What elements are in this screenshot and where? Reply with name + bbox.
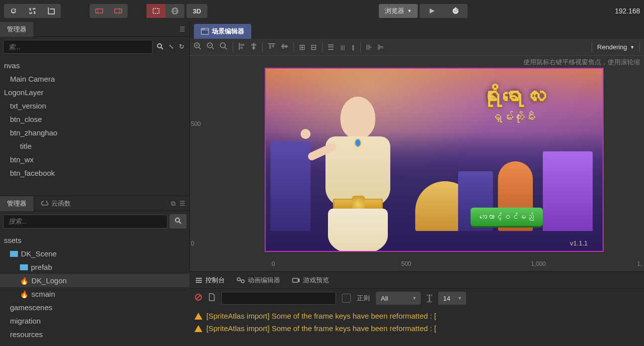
distribute-icon-1[interactable]: ☰ xyxy=(327,43,334,52)
collapse-icon[interactable]: ⤡ xyxy=(168,43,174,51)
assets-search-input[interactable] xyxy=(3,215,167,229)
distribute-icon-3[interactable]: ⫿ xyxy=(351,43,355,51)
browser-dropdown[interactable]: 浏览器▼ xyxy=(379,4,418,18)
zoom-in-icon[interactable] xyxy=(194,42,202,52)
hierarchy-tab[interactable]: 管理器 xyxy=(0,22,33,37)
hierarchy-item[interactable]: title xyxy=(0,139,189,153)
tool-b-button[interactable] xyxy=(109,4,128,18)
distribute-icon-2[interactable]: ⫼ xyxy=(339,43,346,51)
svg-rect-35 xyxy=(282,44,284,49)
crop-button[interactable] xyxy=(42,4,61,18)
asset-item[interactable]: gamescenes xyxy=(0,301,189,314)
regex-checkbox[interactable] xyxy=(342,294,351,303)
scene-editor-tab[interactable]: 场景编辑器 xyxy=(194,24,251,39)
menu-icon[interactable]: ☰ xyxy=(179,200,185,208)
zoom-fit-icon[interactable] xyxy=(220,42,228,52)
expand-button[interactable] xyxy=(23,4,42,18)
svg-rect-29 xyxy=(251,44,256,46)
svg-rect-33 xyxy=(272,45,274,47)
popout-icon[interactable]: ⧉ xyxy=(171,200,175,208)
game-canvas: ရိုးရာလေး ရှမ်းကိုးမီး အကောင့်ဝင်မည် v1.… xyxy=(265,68,604,252)
warning-icon xyxy=(194,325,202,332)
align-icon-3[interactable] xyxy=(268,43,276,51)
asset-item[interactable]: migration xyxy=(0,314,189,328)
svg-point-23 xyxy=(220,43,225,48)
folder-icon xyxy=(20,264,28,270)
assets-panel: 管理器 云函数 ⧉ ☰ ssetsDK_Sceneprefab🔥DK_Logon… xyxy=(0,196,189,346)
search-icon[interactable] xyxy=(157,43,163,51)
reload-button[interactable] xyxy=(444,4,468,18)
svg-rect-36 xyxy=(285,45,287,48)
svg-line-17 xyxy=(199,47,201,49)
distribute-icon-5[interactable]: ⊫ xyxy=(377,43,384,52)
hierarchy-tree: nvasMain CameraLogonLayertxt_versionbtn_… xyxy=(0,57,189,196)
play-button[interactable] xyxy=(420,4,444,18)
asset-item[interactable]: 🔥scmain xyxy=(0,287,189,301)
svg-rect-2 xyxy=(115,9,122,13)
align-icon-6[interactable]: ⊟ xyxy=(311,43,317,52)
asset-item[interactable]: resources xyxy=(0,328,189,341)
console-panel: 控制台 动画编辑器 游戏预览 正则 All T 14 xyxy=(189,271,644,346)
rendering-dropdown[interactable]: Rendering▼ xyxy=(597,43,635,51)
svg-line-21 xyxy=(212,47,214,49)
hierarchy-item[interactable]: btn_zhanghao xyxy=(0,126,189,139)
warning-icon xyxy=(194,313,202,320)
svg-rect-43 xyxy=(293,278,298,282)
fire-icon: 🔥 xyxy=(20,290,28,298)
hierarchy-item[interactable]: nvas xyxy=(0,59,189,72)
console-tab[interactable]: 控制台 xyxy=(193,276,227,285)
menu-icon[interactable]: ☰ xyxy=(179,25,185,33)
hierarchy-item[interactable]: LogonLayer xyxy=(0,86,189,99)
3d-toggle-button[interactable]: 3D xyxy=(186,4,207,18)
hierarchy-item[interactable]: btn_facebook xyxy=(0,166,189,180)
asset-item[interactable]: prefab xyxy=(0,260,189,274)
svg-rect-13 xyxy=(201,28,208,30)
login-button[interactable]: အကောင့်ဝင်မည် xyxy=(471,208,543,226)
distribute-icon-4[interactable]: ⊪ xyxy=(366,43,372,52)
svg-line-11 xyxy=(179,222,181,224)
log-level-select[interactable]: All xyxy=(376,292,421,305)
ruler-horizontal: 0 500 1,000 1, xyxy=(202,256,644,271)
refresh-list-icon[interactable]: ↻ xyxy=(179,43,184,51)
clear-console-button[interactable] xyxy=(194,293,202,303)
asset-item[interactable]: 🔥DK_Logon xyxy=(0,274,189,287)
hierarchy-item[interactable]: txt_version xyxy=(0,99,189,113)
assets-tab[interactable]: 管理器 xyxy=(0,196,33,211)
game-preview-tab[interactable]: 游戏预览 xyxy=(290,276,331,285)
log-line: [SpriteAtlas import] Some of the frame k… xyxy=(194,310,639,322)
globe-tool-button[interactable] xyxy=(165,4,184,18)
ruler-vertical: 500 0 xyxy=(190,56,202,256)
hierarchy-search-input[interactable] xyxy=(3,40,153,54)
refresh-button[interactable] xyxy=(4,4,23,18)
assets-tree: ssetsDK_Sceneprefab🔥DK_Logon🔥scmaingames… xyxy=(0,231,189,346)
align-icon-1[interactable] xyxy=(238,42,245,52)
hierarchy-item[interactable]: btn_wx xyxy=(0,153,189,166)
asset-item[interactable]: DK_Scene xyxy=(0,247,189,260)
folder-icon xyxy=(10,251,18,257)
svg-line-9 xyxy=(161,47,163,49)
zoom-out-icon[interactable] xyxy=(207,42,215,52)
main-toolbar: 3D 浏览器▼ 192.168 xyxy=(0,0,644,22)
hierarchy-item[interactable]: Main Camera xyxy=(0,72,189,86)
console-filter-input[interactable] xyxy=(221,292,336,305)
asset-item[interactable]: ssets xyxy=(0,233,189,247)
rect-tool-button[interactable] xyxy=(147,4,165,18)
fire-icon: 🔥 xyxy=(20,277,28,285)
hierarchy-item[interactable]: btn_close xyxy=(0,113,189,126)
svg-rect-26 xyxy=(240,44,244,46)
file-icon[interactable] xyxy=(208,293,215,303)
text-icon[interactable]: T xyxy=(427,293,432,304)
cloud-functions-tab[interactable]: 云函数 xyxy=(33,196,78,211)
log-line: [SpriteAtlas import] Some of the frame k… xyxy=(194,322,639,335)
console-log: [SpriteAtlas import] Some of the frame k… xyxy=(189,308,644,346)
align-icon-5[interactable]: ⊞ xyxy=(299,43,306,52)
tool-a-button[interactable] xyxy=(90,4,109,18)
align-icon-2[interactable] xyxy=(250,42,257,52)
search-icon[interactable] xyxy=(174,217,181,226)
svg-point-10 xyxy=(175,218,179,222)
font-size-select[interactable]: 14 xyxy=(438,292,466,305)
canvas-viewport[interactable]: 使用鼠标右键平移视窗焦点，使用滚轮缩 500 0 xyxy=(190,56,644,271)
ip-address-label: 192.168 xyxy=(615,7,640,15)
animation-editor-tab[interactable]: 动画编辑器 xyxy=(235,276,282,285)
align-icon-4[interactable] xyxy=(281,43,289,51)
